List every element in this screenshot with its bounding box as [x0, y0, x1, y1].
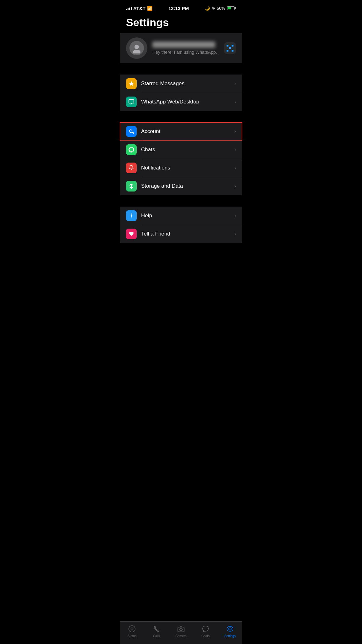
chevron-icon: › — [234, 213, 236, 219]
svg-point-1 — [133, 50, 140, 53]
account-label: Account — [141, 128, 230, 135]
chevron-icon: › — [234, 129, 236, 134]
section-gap-3 — [120, 195, 242, 207]
notifications-icon — [126, 163, 137, 173]
starred-messages-label: Starred Messages — [141, 80, 230, 87]
profile-name — [152, 42, 215, 48]
account-icon — [126, 126, 137, 137]
whatsapp-web-label: WhatsApp Web/Desktop — [141, 99, 230, 105]
menu-item-tell-friend[interactable]: Tell a Friend › — [120, 225, 242, 243]
menu-item-chats[interactable]: Chats › — [120, 141, 242, 159]
svg-marker-2 — [129, 81, 134, 86]
menu-item-storage-data[interactable]: Storage and Data › — [120, 177, 242, 195]
bottom-padding — [120, 243, 242, 271]
tell-friend-label: Tell a Friend — [141, 231, 230, 237]
svg-rect-3 — [129, 100, 134, 103]
menu-item-starred-messages[interactable]: Starred Messages › — [120, 75, 242, 93]
help-label: Help — [141, 213, 230, 219]
status-time: 12:13 PM — [168, 6, 189, 11]
key-icon — [128, 128, 134, 135]
star-icon — [128, 80, 134, 87]
qr-code-button[interactable] — [224, 42, 236, 54]
menu-item-notifications[interactable]: Notifications › — [120, 159, 242, 177]
info-icon: i — [130, 213, 132, 219]
status-icons: 🌙 ⊕ 50% — [205, 6, 236, 11]
menu-item-whatsapp-web[interactable]: WhatsApp Web/Desktop › — [120, 93, 242, 111]
status-carrier-signal: AT&T 📶 — [126, 6, 152, 11]
menu-section-3: i Help › Tell a Friend › — [120, 207, 242, 243]
profile-section[interactable]: Hey there! I am using WhatsApp. — [120, 33, 242, 63]
section-gap-1 — [120, 63, 242, 75]
location-icon: ⊕ — [212, 6, 215, 10]
section-gap-2 — [120, 111, 242, 122]
storage-data-label: Storage and Data — [141, 183, 230, 189]
menu-section-1: Starred Messages › WhatsApp Web/Desktop … — [120, 75, 242, 111]
chevron-icon: › — [234, 147, 236, 153]
signal-icon — [126, 6, 132, 10]
person-icon — [131, 43, 142, 53]
whatsapp-icon — [128, 147, 134, 153]
qr-icon — [227, 45, 233, 52]
avatar — [126, 37, 147, 59]
svg-point-0 — [134, 45, 139, 49]
chevron-icon: › — [234, 81, 236, 86]
menu-item-help[interactable]: i Help › — [120, 207, 242, 225]
status-bar: AT&T 📶 12:13 PM 🌙 ⊕ 50% — [120, 0, 242, 14]
chats-icon — [126, 144, 137, 155]
carrier-label: AT&T — [133, 6, 145, 11]
bell-icon — [128, 165, 134, 171]
heart-icon — [128, 231, 134, 237]
arrows-icon — [128, 183, 134, 189]
chevron-icon: › — [234, 165, 236, 171]
avatar-placeholder — [129, 41, 144, 55]
chats-label: Chats — [141, 147, 230, 153]
profile-status: Hey there! I am using WhatsApp. — [152, 50, 219, 55]
storage-icon — [126, 181, 137, 192]
whatsapp-web-icon — [126, 97, 137, 107]
menu-item-account[interactable]: Account › — [120, 122, 242, 141]
tell-friend-icon — [126, 229, 137, 239]
wifi-icon: 📶 — [147, 6, 152, 11]
notifications-label: Notifications — [141, 165, 230, 171]
monitor-icon — [128, 99, 134, 105]
battery-percent: 50% — [217, 6, 225, 11]
page-title: Settings — [120, 14, 242, 33]
chevron-icon: › — [234, 231, 236, 237]
battery-icon — [227, 6, 236, 10]
help-icon: i — [126, 210, 137, 221]
profile-info: Hey there! I am using WhatsApp. — [152, 42, 219, 55]
chevron-icon: › — [234, 99, 236, 105]
svg-line-8 — [133, 133, 134, 133]
starred-messages-icon — [126, 78, 137, 89]
chevron-icon: › — [234, 183, 236, 189]
moon-icon: 🌙 — [205, 6, 210, 11]
menu-section-2: Account › Chats › Notifications › — [120, 122, 242, 195]
